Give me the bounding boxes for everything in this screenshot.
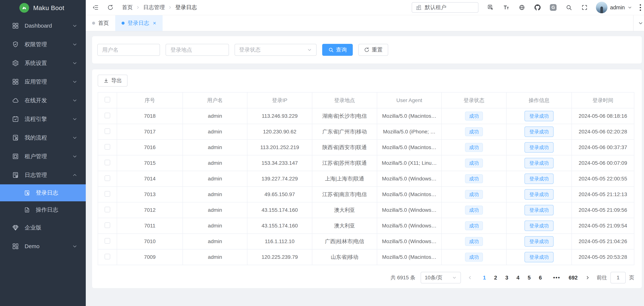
table-row[interactable]: 7016 admin 113.201.252.219 陕西省|西安市|联通 Mo… [98, 140, 634, 155]
sidebar-collapse-icon[interactable] [91, 3, 100, 12]
fullscreen-icon[interactable] [581, 4, 588, 11]
operation-info-badge[interactable]: 登录成功 [524, 252, 554, 262]
sidebar-item-label: 权限管理 [24, 41, 72, 48]
operation-info-badge[interactable]: 登录成功 [524, 142, 554, 153]
tab-dot-icon [122, 22, 124, 25]
building-icon [416, 5, 422, 11]
sidebar-item-app-management[interactable]: 应用管理 [0, 72, 86, 91]
tab-login-log[interactable]: 登录日志 × [115, 15, 162, 31]
export-button[interactable]: 导出 [98, 75, 128, 87]
operation-info-badge[interactable]: 登录成功 [524, 111, 554, 121]
tenant-select[interactable]: 默认租户 [412, 2, 478, 13]
table-row[interactable]: 7011 admin 43.155.174.160 澳大利亚 Mozilla/5… [98, 218, 634, 234]
globe-icon[interactable] [518, 4, 526, 11]
sidebar-item-login-log[interactable]: 登录日志 [0, 184, 86, 201]
page-number-button[interactable]: 3 [501, 275, 512, 281]
operation-info-badge[interactable]: 登录成功 [524, 189, 554, 200]
table-row[interactable]: 7014 admin 139.227.74.229 上海|上海市|联通 Mozi… [98, 171, 634, 187]
page-size-select[interactable]: 10条/页 [421, 272, 461, 283]
page-number-button[interactable]: 2 [490, 275, 501, 281]
row-checkbox[interactable] [104, 128, 110, 134]
page-number-button[interactable]: 4 [512, 275, 524, 281]
tabs-dropdown-icon[interactable] [633, 15, 644, 31]
page-number-button[interactable]: 1 [479, 275, 490, 281]
operation-info-badge[interactable]: 登录成功 [524, 205, 554, 215]
sidebar-item-enterprise[interactable]: 企业版 [0, 218, 86, 237]
tab-bar: 首页 登录日志 × [86, 15, 644, 31]
apps-grid-icon [12, 78, 19, 85]
frame-icon [12, 153, 19, 160]
translate-icon[interactable] [487, 4, 494, 11]
operation-info-badge[interactable]: 登录成功 [524, 174, 554, 184]
table-row[interactable]: 7012 admin 43.155.174.160 澳大利亚 Mozilla/5… [98, 202, 634, 218]
page-number-button[interactable]: 6 [535, 275, 546, 281]
cell-seq: 7009 [117, 249, 183, 265]
sidebar-item-demo[interactable]: Demo [0, 237, 86, 256]
operation-info-badge[interactable]: 登录成功 [524, 127, 554, 137]
sidebar-item-tenant-management[interactable]: 租户管理 [0, 147, 86, 166]
username-input[interactable] [97, 44, 160, 56]
chevron-right-icon [136, 5, 140, 10]
row-checkbox[interactable] [104, 191, 110, 197]
sidebar-item-label: Demo [24, 243, 72, 249]
cell-login-ip: 43.155.174.160 [247, 202, 312, 218]
table-row[interactable]: 7018 admin 113.246.93.229 湖南省|长沙市|电信 Moz… [98, 108, 634, 124]
refresh-icon[interactable] [106, 3, 114, 12]
sidebar-item-my-flows[interactable]: 我的流程 [0, 128, 86, 147]
more-options-icon[interactable] [640, 4, 641, 11]
prev-page-icon[interactable] [466, 275, 474, 280]
table-row[interactable]: 7017 admin 120.230.90.62 广东省|广州市|移动 Mozi… [98, 124, 634, 140]
sidebar-item-operation-log[interactable]: 操作日志 [0, 201, 86, 218]
breadcrumb-home[interactable]: 首页 [122, 4, 133, 11]
query-button[interactable]: 查询 [322, 44, 353, 56]
avatar [596, 2, 608, 13]
sidebar-item-workflow-engine[interactable]: 流程引擎 [0, 110, 86, 128]
sidebar-item-label: Dashboard [24, 23, 72, 29]
table-row[interactable]: 7015 admin 153.34.233.147 江苏省|苏州市|联通 Moz… [98, 155, 634, 171]
sidebar-item-permissions[interactable]: 权限管理 [0, 35, 86, 54]
reset-button[interactable]: 重置 [358, 44, 388, 56]
pagination: 共 6915 条 10条/页 123456 ••• 692 前往 页 [98, 272, 634, 283]
login-status-select[interactable]: 登录状态 [234, 44, 316, 56]
table-row[interactable]: 7009 admin 120.225.239.79 山东省|移动 Mozilla… [98, 249, 634, 265]
cell-login-time: 2024-05-06 02:20:28 [572, 124, 634, 140]
page-number-button[interactable]: 5 [524, 275, 535, 281]
login-location-input[interactable] [166, 44, 229, 56]
row-checkbox[interactable] [104, 113, 110, 118]
sidebar-item-log-management[interactable]: 日志管理 [0, 166, 86, 184]
breadcrumb-log-management[interactable]: 日志管理 [143, 4, 165, 11]
row-checkbox[interactable] [104, 222, 110, 228]
search-icon[interactable] [565, 4, 572, 11]
select-all-checkbox[interactable] [104, 97, 110, 102]
github-icon[interactable] [534, 4, 541, 11]
sidebar-item-online-dev[interactable]: 在线开发 [0, 91, 86, 110]
table-row[interactable]: 7013 admin 49.65.150.97 江苏省|南京市|电信 Mozil… [98, 187, 634, 202]
chevron-right-icon [168, 5, 172, 10]
cell-login-time: 2024-05-05 21:09:54 [572, 218, 634, 234]
close-icon[interactable]: × [153, 20, 156, 26]
app-logo[interactable]: Maku Boot [0, 0, 86, 16]
sidebar-item-dashboard[interactable]: Dashboard [0, 17, 86, 35]
cell-login-location: 上海|上海市|联通 [312, 171, 377, 187]
document-user-icon [12, 134, 19, 141]
goto-page-input[interactable] [610, 272, 626, 283]
font-size-icon[interactable] [503, 4, 510, 11]
row-checkbox[interactable] [104, 207, 110, 212]
gitee-icon[interactable]: G [550, 4, 557, 11]
operation-info-badge[interactable]: 登录成功 [524, 158, 554, 168]
next-page-icon[interactable] [584, 275, 592, 280]
row-checkbox[interactable] [104, 175, 110, 181]
table-row[interactable]: 7010 admin 116.1.112.10 广西|桂林市|电信 Mozill… [98, 234, 634, 249]
row-checkbox[interactable] [104, 160, 110, 165]
operation-info-badge[interactable]: 登录成功 [524, 236, 554, 247]
last-page-button[interactable]: 692 [568, 275, 579, 281]
row-checkbox[interactable] [104, 144, 110, 150]
sidebar-item-system-settings[interactable]: 系统设置 [0, 54, 86, 72]
row-checkbox[interactable] [104, 238, 110, 244]
tab-home[interactable]: 首页 [86, 15, 115, 31]
user-menu[interactable]: admin [596, 2, 632, 13]
row-checkbox[interactable] [104, 254, 110, 259]
more-pages-icon[interactable]: ••• [551, 275, 562, 281]
breadcrumb: 首页 日志管理 登录日志 [122, 4, 197, 11]
operation-info-badge[interactable]: 登录成功 [524, 220, 554, 231]
